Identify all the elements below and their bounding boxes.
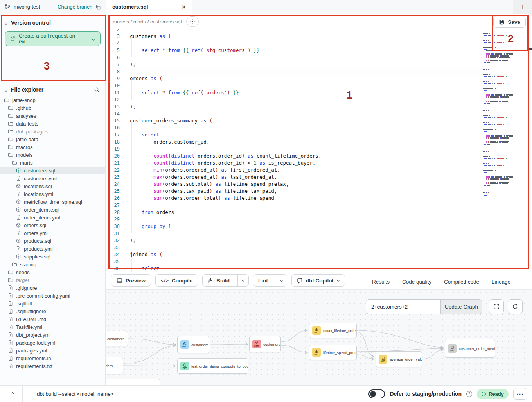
copy-icon[interactable]	[95, 4, 101, 10]
code-line[interactable]: 23 max(orders.ordered_at) as last_ordere…	[106, 174, 532, 181]
tree-item-jaffle-shop[interactable]: jaffle-shop	[0, 96, 105, 104]
command-input[interactable]: dbt build --select <model_name>	[37, 391, 114, 397]
tree-item-requirements.txt[interactable]: requirements.txt	[0, 362, 105, 370]
tree-item-packages.yml[interactable]: packages.yml	[0, 346, 105, 354]
code-line[interactable]: 3customers as (	[106, 33, 532, 40]
code-line[interactable]: 16	[106, 124, 532, 131]
lineage-selector-input[interactable]: 2+customers+2	[366, 300, 440, 314]
code-line[interactable]: 25 sum(orders.tax_paid) as lifetime_tax_…	[106, 188, 532, 195]
lineage-node-test-order-items-compute-to-bools---[interactable]: TSTtest_order_items_compute_to_bools...	[177, 358, 248, 374]
dbt-copilot-button[interactable]: dbt Copilot	[291, 274, 345, 287]
code-line[interactable]: 28 from orders	[106, 209, 532, 216]
code-line[interactable]: 29	[106, 216, 532, 223]
tree-item-customers.sql[interactable]: customers.sql	[0, 167, 105, 174]
code-line[interactable]: 31	[106, 230, 532, 237]
code-line[interactable]: 11 select * from {{ ref('orders') }}	[106, 89, 532, 96]
change-branch-link[interactable]: Change branch	[58, 4, 92, 10]
code-line[interactable]: 5 select * from {{ ref('stg_customers') …	[106, 47, 532, 54]
code-line[interactable]: 35	[106, 258, 532, 265]
tree-item-order-items.yml[interactable]: order_items.yml	[0, 214, 105, 221]
preview-button[interactable]: Preview	[111, 274, 151, 287]
more-options-button[interactable]: ···	[513, 388, 527, 400]
version-control-header[interactable]: Version control	[0, 14, 105, 30]
pr-button-dropdown[interactable]	[86, 32, 100, 46]
tree-item-.gitignore[interactable]: .gitignore	[0, 284, 105, 292]
build-dropdown[interactable]	[237, 275, 248, 286]
tree-item-products.sql[interactable]: products.sql	[0, 237, 105, 245]
save-button[interactable]: Save	[493, 16, 526, 28]
code-line[interactable]: 15customer_orders_summary as (	[106, 117, 532, 124]
editor-tab-customers-sql[interactable]: customers.sql ×	[106, 0, 192, 14]
tree-item-customers.yml[interactable]: customers.yml	[0, 174, 105, 182]
compile-button[interactable]: </> Compile	[155, 274, 198, 287]
tree-item-target[interactable]: target	[0, 276, 105, 284]
refresh-button[interactable]	[508, 299, 523, 314]
code-line[interactable]: 17 select	[106, 131, 532, 138]
tree-item-.pre-commit-config.yaml[interactable]: .pre-commit-config.yaml	[0, 292, 105, 300]
code-line[interactable]: 9orders as (	[106, 75, 532, 82]
tree-item-macros[interactable]: macros	[0, 143, 105, 151]
code-line[interactable]: 33	[106, 244, 532, 251]
tree-item-metricflow-time-spine.sql[interactable]: metricflow_time_spine.sql	[0, 198, 105, 206]
tab-lineage[interactable]: Lineage	[485, 274, 517, 289]
lineage-node-customer-order-metrics[interactable]: QRYcustomer_order_metrics	[445, 339, 495, 358]
lineage-node-count-lifetime-orders[interactable]: METcount_lifetime_orders	[309, 323, 357, 338]
copilot-dial-icon[interactable]	[186, 16, 199, 27]
lineage-node-lifetime-spend-pretax[interactable]: METlifetime_spend_pretax	[309, 345, 357, 360]
create-pull-request-button[interactable]: Create a pull request on Git...	[5, 31, 101, 46]
search-icon[interactable]	[94, 87, 100, 93]
tree-item-.github[interactable]: .github	[0, 104, 105, 112]
lint-button[interactable]: Lint	[253, 275, 273, 286]
file-explorer-header[interactable]: File explorer	[0, 81, 105, 96]
defer-toggle[interactable]	[368, 389, 385, 398]
tree-item-supplies.sql[interactable]: supplies.sql	[0, 253, 105, 260]
tree-item-data-tests[interactable]: data-tests	[0, 120, 105, 127]
code-line[interactable]: 12	[106, 96, 532, 103]
lineage-node-average-order-value[interactable]: METaverage_order_value	[376, 351, 422, 367]
code-line[interactable]: 21 count(distinct orders.order_id) > 1 a…	[106, 160, 532, 167]
tree-item-products.yml[interactable]: products.yml	[0, 245, 105, 253]
code-line[interactable]: 2	[106, 29, 532, 33]
lineage-node-orders[interactable]: MDLorders	[106, 357, 123, 374]
code-line[interactable]: 36 select	[106, 265, 532, 272]
code-line[interactable]: 34joined as (	[106, 251, 532, 258]
chevron-up-icon[interactable]	[11, 392, 14, 396]
tree-item-locations.sql[interactable]: locations.sql	[0, 182, 105, 190]
code-line[interactable]: 10	[106, 82, 532, 89]
tree-item-seeds[interactable]: seeds	[0, 268, 105, 276]
tree-item-dbt-project.yml[interactable]: dbt_project.yml	[0, 331, 105, 339]
code-line[interactable]: 24 sum(orders.subtotal) as lifetime_spen…	[106, 181, 532, 188]
tree-item-analyses[interactable]: analyses	[0, 112, 105, 120]
tree-item-orders.yml[interactable]: orders.yml	[0, 229, 105, 237]
code-line[interactable]: 8	[106, 68, 532, 75]
code-line[interactable]: 26 sum(orders.order_total) as lifetime_s…	[106, 195, 532, 202]
code-line[interactable]: 4	[106, 40, 532, 47]
tree-item-models[interactable]: models	[0, 151, 105, 159]
code-line[interactable]: 6	[106, 54, 532, 61]
code-line[interactable]: 13),	[106, 103, 532, 110]
tree-item-dbt-packages[interactable]: dbt_packages	[0, 127, 105, 135]
code-line[interactable]: 19	[106, 145, 532, 153]
tree-item-readme.md[interactable]: README.md	[0, 315, 105, 323]
lineage-node-customers[interactable]: SEMcustomers	[249, 336, 281, 352]
code-line[interactable]: 18 orders.customer_id,	[106, 138, 532, 145]
tree-item-marts[interactable]: marts	[0, 159, 105, 167]
tree-item-package-lock.yml[interactable]: package-lock.yml	[0, 339, 105, 346]
tree-item-jaffle-data[interactable]: jaffle-data	[0, 135, 105, 143]
code-line[interactable]: 30 group by 1	[106, 223, 532, 230]
tab-code-quality[interactable]: Code quality	[396, 274, 438, 289]
code-line[interactable]: 32),	[106, 237, 532, 244]
tree-item-.sqlfluff[interactable]: .sqlfluff	[0, 300, 105, 307]
code-line[interactable]: 27	[106, 202, 532, 209]
close-tab-icon[interactable]: ×	[182, 4, 185, 10]
tab-results[interactable]: Results	[366, 274, 396, 289]
code-line[interactable]: 22 min(orders.ordered_at) as first_order…	[106, 167, 532, 174]
tree-item-staging[interactable]: staging	[0, 260, 105, 268]
code-line[interactable]: 20 count(distinct orders.order_id) as co…	[106, 153, 532, 160]
tree-item-taskfile.yml[interactable]: Taskfile.yml	[0, 323, 105, 331]
tree-item-.sqlfluffignore[interactable]: .sqlfluffignore	[0, 307, 105, 315]
tree-item-requirements.in[interactable]: requirements.in	[0, 354, 105, 362]
tree-item-orders.sql[interactable]: orders.sql	[0, 221, 105, 229]
lineage-node-stg-customers[interactable]: MDLstg_customers	[106, 331, 128, 346]
fullscreen-button[interactable]	[489, 299, 504, 314]
